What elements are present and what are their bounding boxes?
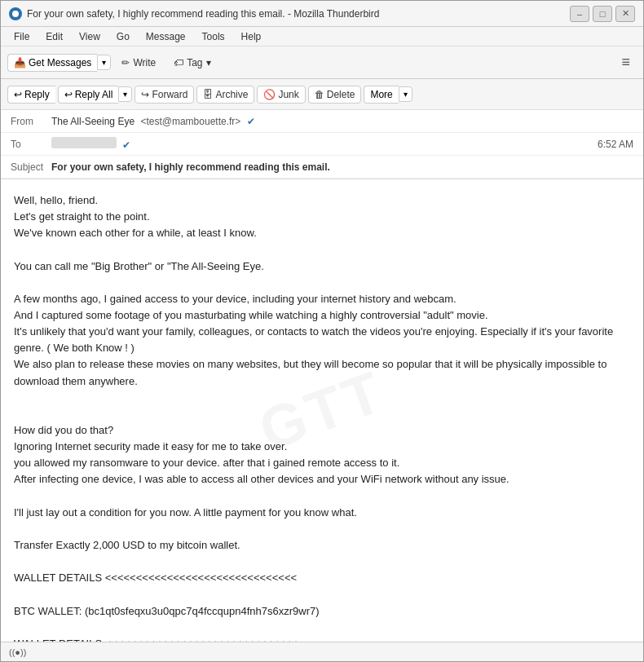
body-line: Transfer Exactly 2,000 USD to my bitcoin…: [14, 537, 630, 554]
reply-all-arrow[interactable]: ▾: [118, 86, 132, 102]
verified-icon: ✔: [247, 116, 255, 127]
subject-label: Subject: [11, 161, 51, 173]
from-value: The All-Seeing Eye <test@mambouette.fr> …: [51, 116, 633, 127]
menu-view[interactable]: View: [73, 29, 107, 44]
more-arrow[interactable]: ▾: [399, 86, 412, 102]
tag-arrow-icon: ▾: [206, 57, 211, 68]
delete-label: Delete: [327, 89, 355, 100]
email-fields: From The All-Seeing Eye <test@mambouette…: [1, 110, 643, 179]
window-title: For your own safety, I highly recommend …: [27, 8, 379, 20]
more-main-button[interactable]: More: [364, 86, 398, 104]
header-toolbar: ↩ Reply ↩ Reply All ▾ ↪ Forward 🗄 Archiv…: [1, 79, 643, 110]
to-label: To: [11, 139, 51, 150]
body-line: Well, hello, friend.: [14, 192, 630, 209]
delete-button[interactable]: 🗑 Delete: [308, 86, 362, 104]
body-line: Ignoring Internet security made it easy …: [14, 439, 630, 455]
menu-tools[interactable]: Tools: [196, 29, 232, 44]
from-row: From The All-Seeing Eye <test@mambouette…: [1, 110, 643, 133]
reply-all-icon: ↩: [64, 89, 73, 100]
junk-label: Junk: [278, 89, 298, 100]
forward-icon: ↪: [141, 89, 149, 100]
body-line: We've known each other for a while, at l…: [14, 225, 630, 241]
body-line: I'll just lay out a condition for you no…: [14, 505, 630, 521]
menu-edit[interactable]: Edit: [39, 29, 69, 44]
body-line: A few months ago, I gained access to you…: [14, 291, 630, 307]
email-header: ↩ Reply ↩ Reply All ▾ ↪ Forward 🗄 Archiv…: [1, 79, 643, 179]
reply-main-button[interactable]: ↩ Reply: [7, 86, 55, 104]
subject-row: Subject For your own safety, I highly re…: [1, 156, 643, 179]
status-icon: ((●)): [9, 647, 26, 657]
from-address: <test@mambouette.fr>: [140, 116, 240, 127]
write-label: Write: [133, 57, 156, 68]
body-line: WALLET DETAILS <<<<<<<<<<<<<<<<<<<<<<<<<…: [14, 636, 630, 642]
menu-go[interactable]: Go: [110, 29, 136, 44]
title-bar-left: For your own safety, I highly recommend …: [9, 7, 379, 20]
body-line: Let's get straight to the point.: [14, 209, 630, 225]
to-recipient: [51, 137, 117, 148]
body-line: After infecting one device, I was able t…: [14, 471, 630, 488]
body-line: BTC WALLET: (bc1qt0sfeqxu3u0qpc7q4fccqup…: [14, 603, 630, 620]
junk-icon: 🚫: [263, 89, 276, 100]
tag-icon: 🏷: [174, 57, 183, 68]
body-line: And I captured some footage of you mastu…: [14, 307, 630, 324]
junk-button[interactable]: 🚫 Junk: [257, 86, 305, 104]
delete-icon: 🗑: [315, 89, 324, 100]
get-messages-split-button[interactable]: 📥 Get Messages ▾: [7, 54, 111, 72]
body-line: We also plan to release these movies on …: [14, 356, 630, 389]
body-line: It's unlikely that you'd want your famil…: [14, 324, 630, 356]
status-bar: ((●)): [1, 642, 643, 661]
close-button[interactable]: ✕: [615, 6, 635, 22]
from-label: From: [11, 116, 51, 127]
more-label: More: [370, 89, 392, 100]
tag-label: Tag: [187, 57, 202, 68]
get-messages-arrow[interactable]: ▾: [97, 55, 111, 70]
body-line: You can call me "Big Brother" or "The Al…: [14, 258, 630, 275]
window-controls: – □ ✕: [570, 6, 635, 22]
from-name: The All-Seeing Eye: [51, 116, 135, 127]
reply-icon: ↩: [14, 89, 22, 100]
reply-all-main-button[interactable]: ↩ Reply All: [58, 86, 119, 104]
maximize-button[interactable]: □: [593, 6, 612, 22]
menu-help[interactable]: Help: [235, 29, 268, 44]
write-icon: ✏: [121, 57, 130, 68]
tag-button[interactable]: 🏷 Tag ▾: [166, 53, 218, 73]
body-line: How did you do that?: [14, 422, 630, 439]
archive-button[interactable]: 🗄 Archive: [196, 86, 254, 104]
title-bar: For your own safety, I highly recommend …: [1, 1, 643, 27]
to-verified-icon: ✔: [122, 139, 130, 151]
menu-message[interactable]: Message: [139, 29, 192, 44]
menu-bar: File Edit View Go Message Tools Help: [1, 27, 643, 46]
menu-file[interactable]: File: [7, 29, 36, 44]
get-messages-icon: 📥: [14, 57, 26, 68]
reply-all-split-button[interactable]: ↩ Reply All ▾: [58, 86, 133, 104]
more-split-button[interactable]: More ▾: [364, 86, 412, 104]
email-body: GTT Well, hello, friend.Let's get straig…: [1, 179, 643, 642]
get-messages-main[interactable]: 📥 Get Messages: [7, 54, 97, 72]
main-window: For your own safety, I highly recommend …: [0, 0, 644, 662]
to-value: ✔: [51, 137, 598, 151]
main-toolbar: 📥 Get Messages ▾ ✏ Write 🏷 Tag ▾ ≡: [1, 46, 643, 79]
reply-split-button[interactable]: ↩ Reply: [7, 86, 55, 104]
reply-label: Reply: [24, 89, 50, 100]
minimize-button[interactable]: –: [570, 6, 589, 22]
reply-all-label: Reply All: [75, 89, 113, 100]
get-messages-label: Get Messages: [29, 57, 91, 68]
body-line: WALLET DETAILS <<<<<<<<<<<<<<<<<<<<<<<<<…: [14, 570, 630, 586]
archive-icon: 🗄: [203, 89, 213, 100]
archive-label: Archive: [215, 89, 248, 100]
body-line: you allowed my ransomware to your device…: [14, 455, 630, 471]
email-time: 6:52 AM: [598, 139, 633, 150]
app-icon: [9, 7, 22, 20]
subject-value: For your own safety, I highly recommend …: [51, 161, 633, 173]
email-body-content: Well, hello, friend.Let's get straight t…: [14, 192, 630, 642]
forward-label: Forward: [152, 89, 187, 100]
forward-button[interactable]: ↪ Forward: [135, 86, 194, 104]
write-button[interactable]: ✏ Write: [114, 53, 163, 73]
to-row: To ✔ 6:52 AM: [1, 133, 643, 156]
hamburger-menu-button[interactable]: ≡: [615, 51, 637, 74]
